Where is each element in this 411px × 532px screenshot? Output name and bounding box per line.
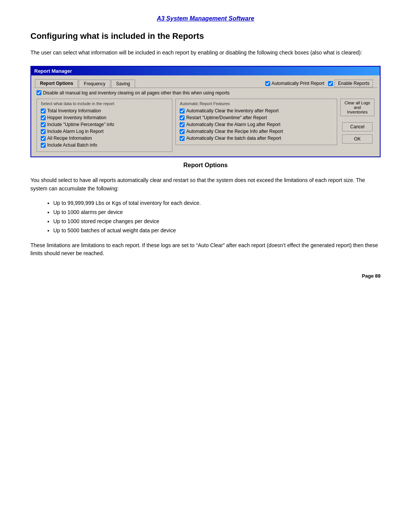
list-item: Include "Uptime Percentage" info: [41, 122, 168, 127]
list-item: Up to 1000 stored recipe changes per dev…: [53, 217, 381, 226]
checkbox-recipe-info[interactable]: [41, 136, 46, 141]
content-area: Disable all manual log and inventory cle…: [33, 88, 378, 154]
restart-uptime-label: Restart "Uptime/Downtime" after Report: [186, 115, 267, 120]
checkbox-clear-batch[interactable]: [180, 136, 185, 141]
checkbox-batch-info[interactable]: [41, 143, 46, 148]
batch-info-label: Include Actual Batch info: [47, 142, 97, 148]
list-item: Up to 5000 batches of actual weight data…: [53, 226, 381, 235]
list-item: Total Inventory Information: [41, 108, 168, 113]
checkbox-clear-alarm-log[interactable]: [180, 122, 185, 127]
list-item: Automatically Clear the Alarm Log after …: [180, 122, 333, 127]
list-item: Up to 1000 alarms per device: [53, 208, 381, 217]
intro-text: The user can select what information wil…: [30, 49, 381, 57]
checkbox-total-inventory[interactable]: [41, 109, 46, 113]
main-panels: Select what data to include in the repor…: [37, 99, 374, 152]
list-item: Include Actual Batch info: [41, 142, 168, 148]
auto-print-label: Automatically Print Report: [272, 81, 325, 86]
clear-inventory-label: Automatically Clear the Inventory after …: [186, 108, 279, 113]
cancel-button[interactable]: Cancel: [342, 122, 373, 131]
auto-print-group: Automatically Print Report: [265, 81, 325, 86]
list-item: Automatically Clear the Inventory after …: [180, 108, 333, 113]
ok-button[interactable]: OK: [342, 134, 373, 144]
enable-reports-group: Enable Reports: [328, 80, 373, 87]
disable-manual-log-text: Disable all manual log and inventory cle…: [43, 90, 229, 96]
recipe-info-label: All Recipe Information: [47, 136, 92, 141]
enable-reports-checkbox[interactable]: [328, 81, 333, 86]
clear-batch-label: Automatically Clear the batch data after…: [186, 136, 281, 141]
dialog-titlebar: Report Manager: [31, 67, 380, 75]
disable-manual-log-checkbox[interactable]: [37, 90, 41, 95]
checkbox-uptime-percentage[interactable]: [41, 122, 46, 127]
list-item: Restart "Uptime/Downtime" after Report: [180, 115, 333, 120]
body-text-1: You should select to have all reports au…: [30, 176, 381, 193]
left-panel: Select what data to include in the repor…: [37, 99, 172, 152]
right-panel: Automatic Report Features Automatically …: [175, 99, 337, 145]
disable-row: Disable all manual log and inventory cle…: [37, 90, 374, 96]
clear-recipe-label: Automatically Clear the Recipe Info afte…: [186, 129, 283, 134]
total-inventory-label: Total Inventory Information: [47, 108, 101, 113]
app-title: A3 System Management Software: [30, 15, 381, 22]
checkbox-alarm-log[interactable]: [41, 129, 46, 134]
hopper-inventory-label: Hopper Inventory Information: [47, 115, 106, 120]
side-buttons: Clear all Logs and Inventories Cancel OK: [340, 99, 374, 144]
checkbox-clear-recipe[interactable]: [180, 129, 185, 134]
report-manager-dialog: Report Manager Report Options Frequency …: [30, 66, 381, 157]
section-heading: Configuring what is included in the Repo…: [30, 31, 381, 41]
checkbox-clear-inventory[interactable]: [180, 109, 185, 113]
left-panel-title: Select what data to include in the repor…: [41, 101, 168, 106]
clear-alarm-log-label: Automatically Clear the Alarm Log after …: [186, 122, 280, 127]
list-item: Hopper Inventory Information: [41, 115, 168, 120]
list-item: All Recipe Information: [41, 136, 168, 141]
tabs-row: Report Options Frequency Saving Automati…: [33, 78, 378, 88]
tab-frequency[interactable]: Frequency: [79, 80, 110, 88]
tab-saving[interactable]: Saving: [111, 80, 135, 88]
list-item: Include Alarm Log in Report: [41, 129, 168, 134]
uptime-percentage-label: Include "Uptime Percentage" info: [47, 122, 114, 127]
right-panel-title: Automatic Report Features: [180, 101, 333, 106]
checkbox-hopper-inventory[interactable]: [41, 115, 46, 120]
auto-print-checkbox[interactable]: [265, 81, 270, 86]
tab-report-options[interactable]: Report Options: [35, 79, 78, 88]
clear-all-button[interactable]: Clear all Logs and Inventories: [340, 99, 374, 116]
dialog-body: Report Options Frequency Saving Automati…: [31, 75, 380, 157]
list-item: Automatically Clear the Recipe Info afte…: [180, 129, 333, 134]
page-number: Page 89: [30, 273, 381, 279]
alarm-log-label: Include Alarm Log in Report: [47, 129, 104, 134]
checkbox-restart-uptime[interactable]: [180, 115, 185, 120]
enable-reports-button[interactable]: Enable Reports: [335, 80, 373, 87]
list-item: Automatically Clear the batch data after…: [180, 136, 333, 141]
bullet-list: Up to 99,999,999 Lbs or Kgs of total inv…: [53, 199, 381, 235]
list-item: Up to 99,999,999 Lbs or Kgs of total inv…: [53, 199, 381, 208]
body-text-2: These limitations are limitations to eac…: [30, 241, 381, 258]
caption: Report Options: [30, 162, 381, 169]
